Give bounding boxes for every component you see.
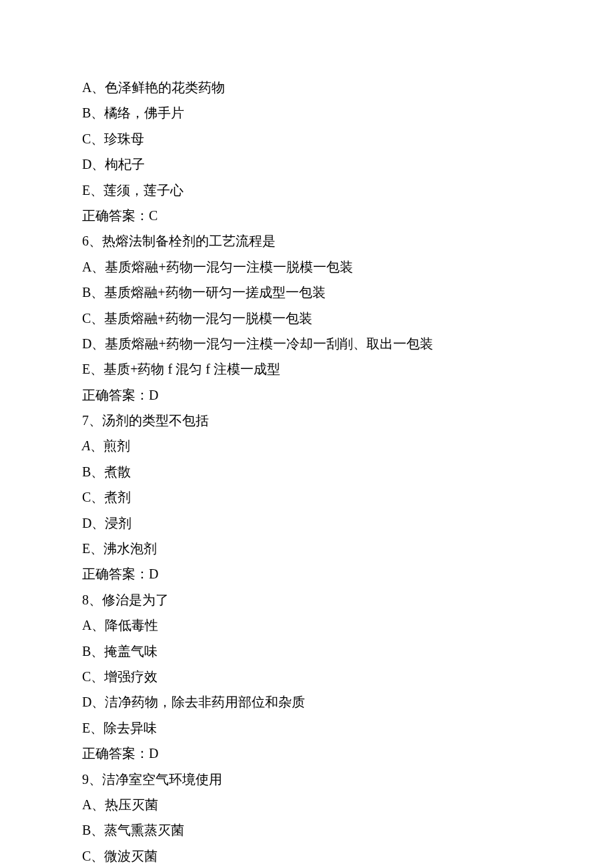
text-line: E、除去异味 (82, 715, 536, 741)
text-line: C、基质熔融+药物一混匀一脱模一包装 (82, 306, 536, 331)
text-line: E、莲须，莲子心 (82, 177, 536, 203)
text-line: B、蒸气熏蒸灭菌 (82, 817, 536, 843)
text-line: 7、汤剂的类型不包括 (82, 408, 536, 433)
text-line: D、洁净药物，除去非药用部位和杂质 (82, 689, 536, 715)
text-line: B、基质熔融+药物一研匀一搓成型一包装 (82, 280, 536, 305)
text-line: D、枸杞子 (82, 151, 536, 177)
text-line: 6、热熔法制备栓剂的工艺流程是 (82, 228, 536, 254)
text-line: B、煮散 (82, 459, 536, 484)
text-line: E、沸水泡剂 (82, 536, 536, 561)
option-text: 、煎剂 (90, 438, 130, 453)
text-line: 正确答案：D (82, 561, 536, 586)
text-line: C、增强疗效 (82, 664, 536, 689)
text-line: B、橘络，佛手片 (82, 100, 536, 125)
text-line: 正确答案：C (82, 203, 536, 228)
text-line: A、降低毒性 (82, 612, 536, 638)
text-line: D、浸剂 (82, 510, 536, 536)
text-line: A、色泽鲜艳的花类药物 (82, 75, 536, 100)
text-line: 正确答案：D (82, 382, 536, 408)
document-page: A、色泽鲜艳的花类药物B、橘络，佛手片C、珍珠母D、枸杞子E、莲须，莲子心正确答… (0, 0, 536, 868)
text-line: B、掩盖气味 (82, 638, 536, 664)
text-line: A、煎剂 (82, 433, 536, 458)
text-line: C、煮剂 (82, 484, 536, 510)
text-line: A、基质熔融+药物一混匀一注模一脱模一包装 (82, 254, 536, 280)
text-line: 8、修治是为了 (82, 587, 536, 612)
text-line: C、珍珠母 (82, 126, 536, 151)
text-line: A、热压灭菌 (82, 792, 536, 817)
option-letter: A (82, 438, 90, 453)
text-line: C、微波灭菌 (82, 843, 536, 868)
text-line: E、基质+药物 f 混匀 f 注模一成型 (82, 356, 536, 382)
text-line: 9、洁净室空气环境使用 (82, 767, 536, 792)
text-line: D、基质熔融+药物一混匀一注模一冷却一刮削、取出一包装 (82, 331, 536, 356)
text-line: 正确答案：D (82, 741, 536, 766)
